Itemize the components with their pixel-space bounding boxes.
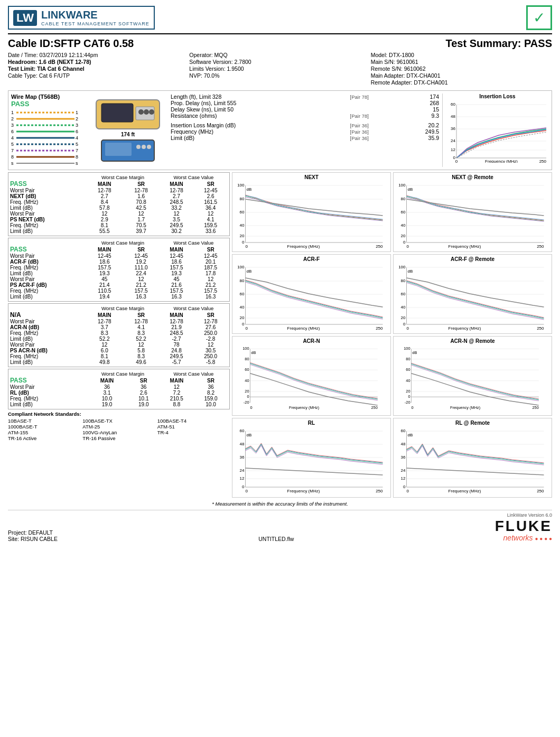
compliance-grid: 10BASE-T 100BASE-TX 100BASE-T4 1000BASE-… — [8, 418, 230, 441]
svg-point-13 — [144, 109, 149, 115]
svg-text:Frequency (MHz): Frequency (MHz) — [449, 489, 481, 493]
comp-tr4: TR-4 — [157, 430, 230, 435]
psnext-worst: Worst Pair 12 12 12 12 — [10, 211, 228, 217]
svg-text:0: 0 — [403, 322, 406, 326]
footer-project: Project: DEFAULT — [8, 529, 58, 536]
info-datetime: Date / Time: 03/27/2019 12:11:44pm — [8, 52, 189, 58]
info-operator: Operator: MQQ — [189, 52, 370, 58]
comp-atm51: ATM-51 — [157, 424, 230, 430]
rl-limit: Limit (dB) 19.0 19.0 8.8 10.0 — [10, 402, 228, 407]
info-model: Model: DTX-1800 — [371, 52, 552, 58]
linkware-version: LinkWare Version 6.0 — [495, 512, 552, 518]
svg-text:80: 80 — [406, 357, 410, 361]
svg-text:20: 20 — [406, 389, 410, 394]
wire-line-s: s s — [11, 161, 85, 166]
next-remote-chart-box: NEXT @ Remote 100 80 60 40 20 0 — [393, 172, 552, 252]
acrn-limit: Limit (dB) 52.2 52.2 -2.7 -2.8 — [10, 336, 228, 342]
info-mainadapter: Main Adapter: DTX-CHA001 — [371, 72, 552, 79]
acrn-chart-svg: 100 80 60 40 20 0 -20 — [234, 344, 389, 413]
wire-line-8: 8 8 — [11, 154, 85, 160]
svg-text:60: 60 — [406, 367, 410, 372]
svg-text:60: 60 — [401, 210, 406, 214]
comp-100vg: 100VG-AnyLan — [82, 430, 155, 435]
acrn-worst-pair: Worst Pair 12-78 12-78 12-78 12-78 — [10, 319, 228, 324]
acrf-table-section: Worst Case Margin Worst Case Value PASS … — [8, 238, 230, 302]
svg-text:250: 250 — [532, 405, 538, 410]
svg-text:40: 40 — [240, 305, 245, 310]
svg-text:dB: dB — [412, 350, 417, 355]
next-db: NEXT (dB) 2.7 1.6 2.7 2.6 — [10, 193, 228, 199]
info-software: Software Version: 2.7800 — [189, 59, 370, 65]
next-remote-title: NEXT @ Remote — [395, 174, 550, 180]
svg-text:36: 36 — [451, 126, 455, 131]
svg-text:100: 100 — [398, 183, 406, 188]
svg-text:12: 12 — [401, 476, 406, 481]
svg-text:24: 24 — [401, 468, 406, 473]
svg-rect-16 — [105, 143, 132, 156]
svg-text:40: 40 — [240, 223, 245, 228]
compliance-title: Compliant Network Standards: — [8, 411, 230, 417]
svg-point-19 — [147, 145, 151, 149]
svg-rect-10 — [101, 104, 133, 122]
svg-text:60: 60 — [401, 428, 406, 433]
svg-text:0: 0 — [455, 159, 458, 163]
remote-device-svg — [99, 137, 157, 164]
title-bar: Cable ID:SFTP CAT6 0.58 Test Summary: PA… — [8, 38, 552, 50]
svg-text:0: 0 — [246, 326, 248, 331]
svg-text:Frequency (MHz): Frequency (MHz) — [287, 326, 320, 331]
svg-text:0: 0 — [242, 322, 245, 326]
acrn-table-section: Worst Case Margin Worst Case Value N/A M… — [8, 303, 230, 367]
psacrf-worst: Worst Pair 45 12 45 12 — [10, 276, 228, 282]
logo-area: LW LINKWARE CABLE TEST MANAGEMENT SOFTWA… — [8, 6, 155, 30]
svg-text:80: 80 — [240, 197, 245, 201]
next-chart-title: NEXT — [234, 174, 389, 180]
svg-text:60: 60 — [240, 428, 245, 433]
psacrf-db: PS ACR-F (dB) 21.4 21.2 21.6 21.2 — [10, 282, 228, 288]
acrf-remote-title: ACR-F @ Remote — [395, 256, 550, 262]
test-summary-title: Test Summary: PASS — [445, 38, 552, 50]
logo-sub: CABLE TEST MANAGEMENT SOFTWARE — [41, 21, 150, 26]
svg-text:250: 250 — [537, 326, 544, 331]
svg-text:0: 0 — [246, 244, 248, 249]
rl-chart-title: RL — [234, 420, 389, 426]
acrf-chart-box: ACR-F 100 80 60 40 20 0 — [232, 254, 391, 334]
svg-text:250: 250 — [539, 159, 547, 163]
insertion-loss-chart: 60 48 36 24 12 0 — [446, 99, 549, 163]
acrn-remote-chart-svg: 100 80 60 40 20 0 -20 — [395, 344, 550, 413]
next-remote-chart-svg: 100 80 60 40 20 0 — [395, 180, 550, 249]
cable-id-title: Cable ID:SFTP CAT6 0.58 — [8, 38, 134, 50]
next-limit: Limit (dB) 57.8 42.5 33.2 36.4 — [10, 205, 228, 211]
svg-text:12: 12 — [240, 476, 245, 481]
comp-tr16active: TR-16 Active — [8, 435, 80, 441]
svg-text:250: 250 — [537, 244, 544, 249]
wire-lines: 1 1 2 2 3 3 6 6 — [11, 110, 85, 166]
info-headroom: Headroom: 1.6 dB (NEXT 12-78) — [8, 59, 189, 65]
wire-line-7: 7 7 — [11, 148, 85, 153]
comp-tr16passive: TR-16 Passive — [82, 435, 155, 441]
logo-box: LW LINKWARE CABLE TEST MANAGEMENT SOFTWA… — [8, 6, 155, 30]
info-testlimit: Test Limit: TIA Cat 6 Channel — [8, 66, 189, 72]
next-charts-row: NEXT 100 80 60 40 20 0 — [232, 172, 552, 252]
svg-text:Frequency (MHz): Frequency (MHz) — [287, 244, 320, 249]
svg-text:250: 250 — [371, 405, 377, 410]
wire-line-1: 1 1 — [11, 110, 85, 115]
acrn-remote-chart-box: ACR-N @ Remote 100 80 60 40 20 0 -20 — [393, 336, 552, 416]
svg-text:20: 20 — [245, 389, 249, 394]
rl-remote-chart-svg: 60 48 36 24 12 0 — [395, 426, 550, 495]
acrf-table: Worst Case Margin Worst Case Value PASS … — [10, 240, 228, 300]
svg-point-18 — [142, 145, 146, 149]
meas-row-resistance: Resistance (ohms) [Pair 78] 9.3 — [171, 113, 439, 119]
svg-text:dB: dB — [408, 187, 413, 192]
svg-text:20: 20 — [240, 315, 245, 320]
acrn-db: ACR-N (dB) 3.7 4.1 21.9 27.6 — [10, 324, 228, 330]
svg-text:48: 48 — [240, 442, 245, 446]
insertion-loss-section: Insertion Loss 60 48 36 24 12 0 — [442, 94, 549, 167]
footnote: * Measurement is within the accuracy lim… — [8, 501, 552, 507]
psacrf-limit: Limit (dB) 19.4 16.3 16.3 16.3 — [10, 294, 228, 300]
acrn-chart-box: ACR-N 100 80 60 40 20 0 -20 — [232, 336, 391, 416]
svg-text:250: 250 — [376, 326, 383, 331]
data-tables-panel: Worst Case Margin Worst Case Value PASS … — [8, 172, 230, 498]
wiremap-panel: Wire Map (T568B) PASS 1 1 2 2 3 3 — [11, 94, 85, 167]
svg-text:0: 0 — [246, 489, 248, 493]
info-cabletype: Cable Type: Cat 6 F/UTP — [8, 72, 189, 79]
